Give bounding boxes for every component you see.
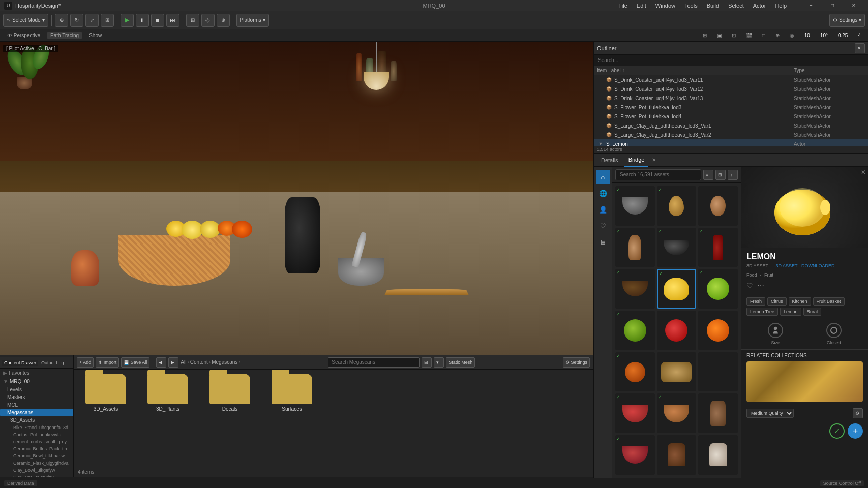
asset-search-input[interactable] (615, 169, 701, 180)
bridge-tab-close[interactable]: ✕ (650, 157, 657, 164)
cb-settings-btn[interactable]: ⚙ Settings (563, 357, 590, 368)
asset-cell-empty1[interactable] (698, 352, 738, 392)
viewport-icon-2[interactable]: ▣ (714, 32, 725, 39)
table-row[interactable]: 📦 S_Drink_Coaster_uq4lf4jw_lod3_Var13 St… (594, 94, 868, 103)
platforms-dropdown[interactable]: Platforms ▾ (236, 14, 269, 27)
angle-num-btn[interactable]: 10° (817, 32, 831, 39)
transform-btn-2[interactable]: ↻ (70, 14, 83, 27)
close-button[interactable]: ✕ (844, 0, 864, 11)
user-icon[interactable]: 👤 (596, 202, 610, 217)
nav-back-btn[interactable]: ◀ (156, 357, 166, 368)
add-btn[interactable]: + Add (77, 357, 94, 368)
3d-viewport[interactable]: [ Pilot Active - C_Bar ] (0, 42, 593, 355)
related-image[interactable] (746, 361, 863, 402)
asset-cell-wood-bowl[interactable]: ✓ (657, 393, 697, 433)
asset-cell-red-bowl[interactable]: ✓ (615, 393, 655, 433)
asset-cell-bottle[interactable]: ✓ (698, 228, 738, 267)
table-row[interactable]: ▼ S_Lemon Actor (594, 139, 868, 146)
viewport-icon-1[interactable]: ⊞ (700, 32, 710, 39)
grid-num-btn[interactable]: 10 (801, 32, 813, 39)
table-row[interactable]: 📦 S_Flower_Pot_tlulehkva_lod4 StaticMesh… (594, 112, 868, 121)
tag-citrus[interactable]: Citrus (767, 297, 787, 306)
asset-cell-tall-cup[interactable] (698, 393, 738, 433)
menu-tools[interactable]: Tools (680, 2, 702, 10)
asset-filter-btn[interactable]: ≡ (703, 170, 713, 180)
asset-cell-lime[interactable]: ✓ (698, 269, 738, 309)
table-row[interactable]: 📦 S_Drink_Coaster_uq4lf4jw_lod3_Var11 St… (594, 75, 868, 84)
save-all-btn[interactable]: 💾 Save All (121, 357, 149, 368)
outliner-search[interactable] (594, 55, 868, 66)
asset-cell-red-fruit[interactable] (657, 311, 697, 350)
bc-megascans[interactable]: Megascans (212, 359, 237, 365)
globe-icon[interactable]: 🌐 (596, 186, 610, 200)
asset-cell-lemon[interactable]: ✓ (657, 269, 697, 309)
scale-snap-btn[interactable]: ⊕ (217, 14, 230, 27)
filter-options-btn[interactable]: ▾ (434, 357, 444, 368)
viewport-icon-5[interactable]: □ (759, 32, 768, 39)
folder-3d-assets[interactable]: 3D_Assets (78, 374, 134, 412)
nav-fwd-btn[interactable]: ▶ (168, 357, 178, 368)
asset-sort-btn[interactable]: ↕ (728, 170, 738, 180)
bc-all[interactable]: All (181, 359, 186, 365)
details-tab[interactable]: Details (597, 154, 622, 167)
transform-btn-1[interactable]: ⊕ (55, 14, 68, 27)
asset-cell-lime2[interactable]: ✓ (615, 311, 655, 350)
viewport-icon-7[interactable]: ◎ (787, 32, 797, 39)
menu-window[interactable]: Window (651, 2, 679, 10)
table-row[interactable]: 📦 S_Large_Clay_Jug_udftheeava_lod3_Var2 … (594, 130, 868, 139)
rotate-snap-btn[interactable]: ◎ (201, 14, 215, 27)
menu-edit[interactable]: Edit (633, 2, 650, 10)
heart-icon[interactable]: ♡ (596, 219, 610, 233)
menu-select[interactable]: Select (724, 2, 748, 10)
import-btn[interactable]: ⬆ Import (96, 357, 119, 368)
content-drawer-tab[interactable]: Content Drawer (2, 360, 38, 366)
asset-cell-white-cup[interactable] (698, 435, 738, 475)
tag-lemon-tree[interactable]: Lemon Tree (746, 308, 778, 316)
status-source-control[interactable]: Source Control Off (820, 480, 864, 486)
detail-more-btn[interactable]: ⋯ (757, 282, 764, 290)
tree-megascans[interactable]: Megascans (0, 409, 73, 416)
bridge-tab[interactable]: Bridge (624, 154, 649, 167)
viewport-icon-4[interactable]: 🎬 (743, 32, 755, 39)
lod-num-btn[interactable]: 4 (855, 32, 864, 39)
filter-static-mesh[interactable]: Static Mesh (446, 357, 475, 368)
tag-lemon[interactable]: Lemon (780, 308, 801, 316)
path-tracing-btn[interactable]: Path Tracing (47, 32, 82, 39)
folder-surfaces[interactable]: Surfaces (264, 374, 320, 412)
bc-content[interactable]: Content (190, 359, 208, 365)
quality-settings-btn[interactable]: ⚙ (853, 408, 863, 418)
maximize-button[interactable]: □ (822, 0, 843, 11)
pause-button[interactable]: ⏸ (136, 14, 149, 27)
asset-cell-nuts[interactable] (657, 352, 697, 392)
asset-cell-red-bowl2[interactable]: ✓ (615, 435, 655, 475)
perspective-btn[interactable]: 👁 Perspective (4, 32, 43, 39)
asset-cell-orange2[interactable]: ✓ (615, 352, 655, 392)
minimize-button[interactable]: − (801, 0, 821, 11)
detail-category-food[interactable]: Food (746, 272, 757, 278)
monitor-icon[interactable]: 🖥 (596, 235, 610, 249)
stop-button[interactable]: ⏹ (151, 14, 164, 27)
snap-btn[interactable]: ⊞ (186, 14, 199, 27)
detail-close-btn[interactable]: ✕ (861, 169, 866, 176)
play-button[interactable]: ▶ (121, 14, 134, 27)
folder-decals[interactable]: Decals (202, 374, 258, 412)
settings-dropdown[interactable]: ⚙ Settings ▾ (829, 14, 865, 27)
menu-actor[interactable]: Actor (749, 2, 770, 10)
outliner-close-btn[interactable]: ✕ (855, 43, 865, 53)
menu-build[interactable]: Build (703, 2, 723, 10)
menu-help[interactable]: Help (771, 2, 791, 10)
detail-category-fruit[interactable]: Fruit (764, 272, 773, 278)
tag-fruit-basket[interactable]: Fruit Basket (813, 297, 845, 306)
asset-cell-black-bowl[interactable]: ✓ (657, 228, 697, 267)
asset-cell-small-bowl[interactable]: ✓ (615, 269, 655, 309)
asset-view-btn[interactable]: ⊞ (715, 170, 726, 180)
select-mode-dropdown[interactable]: ↖ Select Mode ▾ (3, 14, 48, 27)
add-to-scene-btn[interactable]: + (848, 423, 863, 439)
table-row[interactable]: 📦 S_Drink_Coaster_uq4lf4jw_lod3_Var12 St… (594, 84, 868, 94)
tag-fresh[interactable]: Fresh (746, 297, 765, 306)
menu-file[interactable]: File (614, 2, 632, 10)
viewport-icon-6[interactable]: ⊕ (772, 32, 783, 39)
asset-cell-brown-egg[interactable] (698, 186, 738, 226)
viewport-icon-3[interactable]: ⊡ (729, 32, 739, 39)
quality-select[interactable]: Medium Quality High Quality Low Quality (746, 409, 794, 418)
